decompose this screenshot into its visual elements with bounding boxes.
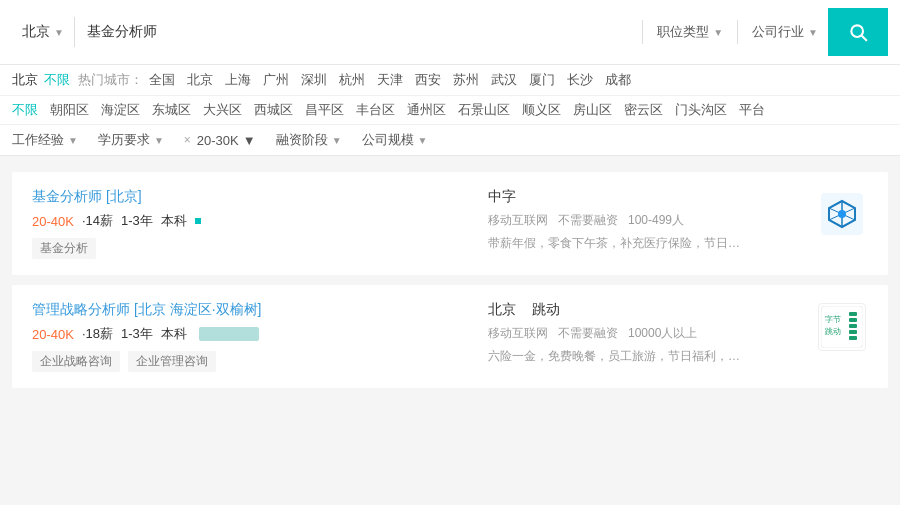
city-hangzhou[interactable]: 杭州 [339, 71, 365, 89]
job-tags: 基金分析 [32, 238, 488, 259]
job-tag: 企业管理咨询 [128, 351, 216, 372]
job-salary: 20-40K [32, 327, 74, 342]
district-miyun[interactable]: 密云区 [624, 101, 663, 119]
salary-arrow: ▼ [243, 133, 256, 148]
experience-filter[interactable]: 工作经验 ▼ [12, 131, 78, 149]
company-industry-label: 公司行业 [752, 23, 804, 41]
district-xicheng[interactable]: 西城区 [254, 101, 293, 119]
funding-filter[interactable]: 融资阶段 ▼ [276, 131, 342, 149]
district-fengtai[interactable]: 丰台区 [356, 101, 395, 119]
city-xiamen[interactable]: 厦门 [529, 71, 555, 89]
city-xian[interactable]: 西安 [415, 71, 441, 89]
company-info: 中字 移动互联网 不需要融资 100-499人 带薪年假，零食下午茶，补充医疗保… [488, 188, 800, 252]
salary-badge-icon [199, 327, 259, 341]
options-filter-row: 工作经验 ▼ 学历要求 ▼ × 20-30K ▼ 融资阶段 ▼ 公司规模 ▼ [0, 125, 900, 156]
svg-line-1 [862, 36, 867, 41]
experience-label: 工作经验 [12, 131, 64, 149]
education-label: 学历要求 [98, 131, 150, 149]
logo-zhongyu-icon [818, 190, 866, 238]
city-quanguo[interactable]: 全国 [149, 71, 175, 89]
city-label: 北京 [22, 23, 50, 41]
job-type-selector[interactable]: 职位类型 ▼ [647, 17, 733, 47]
search-bar: 北京 ▼ 职位类型 ▼ 公司行业 ▼ [0, 0, 900, 65]
company-name[interactable]: 北京 跳动 [488, 301, 800, 319]
city-guangzhou[interactable]: 广州 [263, 71, 289, 89]
search-input[interactable] [75, 18, 638, 46]
company-logo [816, 188, 868, 240]
svg-text:跳动: 跳动 [825, 327, 841, 336]
current-city: 北京 [12, 71, 38, 89]
job-exp: 1-3年 [121, 325, 153, 343]
district-chaoyang[interactable]: 朝阳区 [50, 101, 89, 119]
svg-rect-10 [849, 330, 857, 334]
city-tianjin[interactable]: 天津 [377, 71, 403, 89]
job-right: 北京 跳动 移动互联网 不需要融资 10000人以上 六险一金，免费晚餐，员工旅… [488, 301, 868, 365]
job-left: 基金分析师 [北京] 20-40K ·14薪 1-3年 本科 基金分析 [32, 188, 488, 259]
job-edu: 本科 [161, 212, 187, 230]
district-unlimited[interactable]: 不限 [12, 101, 38, 119]
salary-label: 20-30K [197, 133, 239, 148]
company-size-filter[interactable]: 公司规模 ▼ [362, 131, 428, 149]
city-chengdu[interactable]: 成都 [605, 71, 631, 89]
company-meta: 移动互联网 不需要融资 100-499人 [488, 212, 800, 229]
company-size-label: 公司规模 [362, 131, 414, 149]
svg-text:字节: 字节 [825, 315, 841, 324]
city-beijing[interactable]: 北京 [187, 71, 213, 89]
salary-filter[interactable]: × 20-30K ▼ [184, 133, 256, 148]
city-unlimited[interactable]: 不限 [44, 71, 70, 89]
district-filter-row: 不限 朝阳区 海淀区 东城区 大兴区 西城区 昌平区 丰台区 通州区 石景山区 … [0, 96, 900, 125]
district-fangshan[interactable]: 房山区 [573, 101, 612, 119]
divider [642, 20, 643, 44]
city-shenzhen[interactable]: 深圳 [301, 71, 327, 89]
city-suzhou[interactable]: 苏州 [453, 71, 479, 89]
search-button[interactable] [828, 8, 888, 56]
company-size: 10000人以上 [628, 325, 697, 342]
city-wuhan[interactable]: 武汉 [491, 71, 517, 89]
job-card: 基金分析师 [北京] 20-40K ·14薪 1-3年 本科 基金分析 中字 移… [12, 172, 888, 275]
salary-close[interactable]: × [184, 133, 191, 147]
funding-label: 融资阶段 [276, 131, 328, 149]
content-area: 基金分析师 [北京] 20-40K ·14薪 1-3年 本科 基金分析 中字 移… [0, 156, 900, 505]
company-industry-selector[interactable]: 公司行业 ▼ [742, 17, 828, 47]
svg-rect-8 [849, 318, 857, 322]
district-pingtai[interactable]: 平台 [739, 101, 765, 119]
district-daxing[interactable]: 大兴区 [203, 101, 242, 119]
city-changsha[interactable]: 长沙 [567, 71, 593, 89]
district-shijingshan[interactable]: 石景山区 [458, 101, 510, 119]
company-industry: 移动互联网 [488, 325, 548, 342]
city-arrow: ▼ [54, 27, 64, 38]
job-type-arrow: ▼ [713, 27, 723, 38]
city-selector[interactable]: 北京 ▼ [12, 17, 75, 47]
job-title[interactable]: 基金分析师 [北京] [32, 188, 488, 206]
education-filter[interactable]: 学历要求 ▼ [98, 131, 164, 149]
company-logo: 字节 跳动 [816, 301, 868, 353]
company-name[interactable]: 中字 [488, 188, 800, 206]
svg-point-3 [838, 210, 846, 218]
company-benefit: 带薪年假，零食下午茶，补充医疗保险，节日福利，定期... [488, 235, 748, 252]
logo-juebu-icon: 字节 跳动 [818, 303, 866, 351]
city-filter-row: 北京 不限 热门城市： 全国 北京 上海 广州 深圳 杭州 天津 西安 苏州 武… [0, 65, 900, 96]
svg-rect-7 [849, 312, 857, 316]
district-tongzhou[interactable]: 通州区 [407, 101, 446, 119]
job-right: 中字 移动互联网 不需要融资 100-499人 带薪年假，零食下午茶，补充医疗保… [488, 188, 868, 252]
job-type-label: 职位类型 [657, 23, 709, 41]
job-meta: 20-40K ·14薪 1-3年 本科 [32, 212, 488, 230]
job-tags: 企业战略咨询 企业管理咨询 [32, 351, 488, 372]
job-dot-icon [195, 218, 201, 224]
divider2 [737, 20, 738, 44]
education-arrow: ▼ [154, 135, 164, 146]
district-haidian[interactable]: 海淀区 [101, 101, 140, 119]
district-shunyi[interactable]: 顺义区 [522, 101, 561, 119]
job-tag: 基金分析 [32, 238, 96, 259]
district-changping[interactable]: 昌平区 [305, 101, 344, 119]
city-shanghai[interactable]: 上海 [225, 71, 251, 89]
company-industry: 移动互联网 [488, 212, 548, 229]
job-edu: 本科 [161, 325, 187, 343]
district-mentougou[interactable]: 门头沟区 [675, 101, 727, 119]
job-left: 管理战略分析师 [北京 海淀区·双榆树] 20-40K ·18薪 1-3年 本科… [32, 301, 488, 372]
district-dongcheng[interactable]: 东城区 [152, 101, 191, 119]
svg-rect-9 [849, 324, 857, 328]
job-title[interactable]: 管理战略分析师 [北京 海淀区·双榆树] [32, 301, 488, 319]
job-card: 管理战略分析师 [北京 海淀区·双榆树] 20-40K ·18薪 1-3年 本科… [12, 285, 888, 388]
experience-arrow: ▼ [68, 135, 78, 146]
